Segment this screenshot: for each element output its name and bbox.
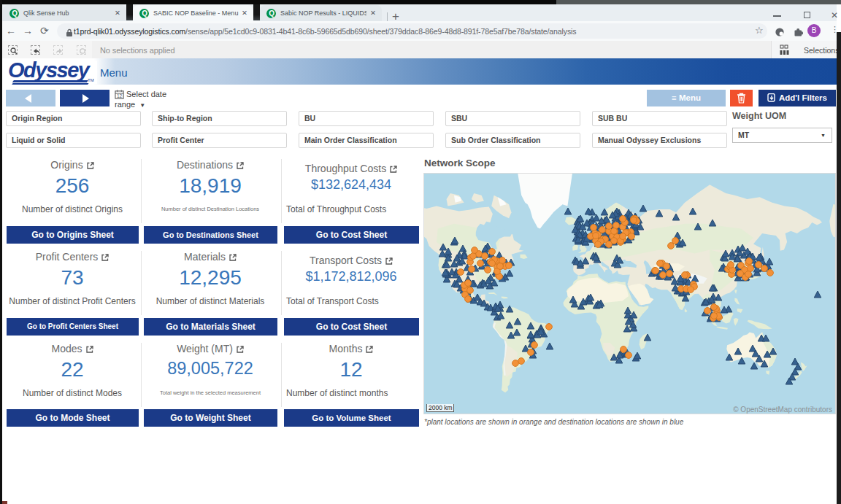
svg-text:12: 12 bbox=[117, 93, 123, 98]
